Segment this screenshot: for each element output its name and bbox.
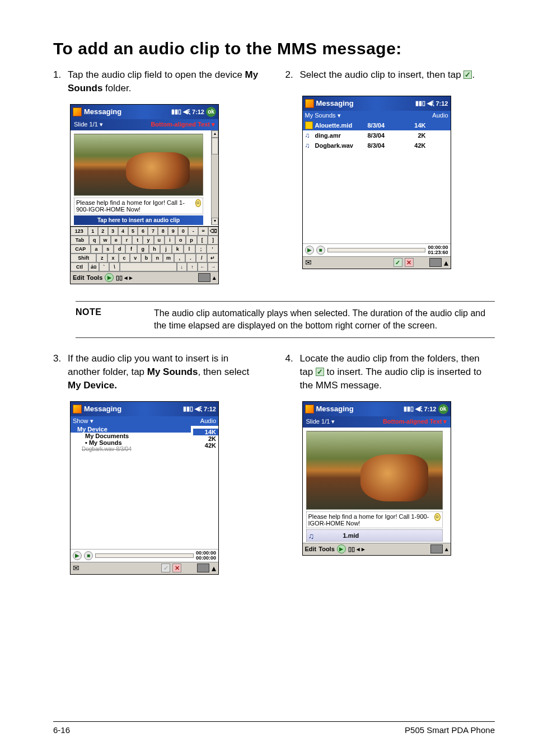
key[interactable]: → — [208, 262, 218, 271]
key[interactable]: 1 — [88, 227, 98, 236]
key[interactable]: y — [143, 236, 153, 245]
slide-indicator[interactable]: Slide 1/1 ▾ — [74, 121, 103, 128]
key[interactable]: ↵ — [207, 253, 218, 262]
emoticon-button[interactable]: ☺ — [195, 199, 201, 207]
key[interactable]: t — [132, 236, 143, 245]
key[interactable]: l — [184, 245, 195, 253]
keyboard-toggle-icon[interactable] — [197, 564, 209, 572]
cancel-button[interactable]: ✕ — [172, 564, 181, 572]
key[interactable]: - — [188, 227, 198, 236]
message-text-field[interactable]: Please help find a home for Igor! Call 1… — [74, 198, 203, 214]
key[interactable]: u — [154, 236, 165, 245]
key[interactable]: [ — [197, 236, 208, 245]
emoticon-button[interactable]: ☺ — [434, 513, 441, 521]
play-icon[interactable]: ▶ — [337, 544, 346, 553]
key[interactable]: 6 — [138, 227, 148, 236]
msg-icon[interactable]: ✉ — [73, 564, 79, 572]
key[interactable]: v — [130, 253, 141, 262]
tools-menu[interactable]: Tools — [318, 546, 335, 552]
edit-menu[interactable]: Edit — [73, 274, 85, 281]
cancel-button[interactable]: ✕ — [405, 258, 414, 267]
play-button[interactable]: ▶ — [73, 551, 82, 560]
key[interactable]: i — [165, 236, 175, 245]
key[interactable]: q — [89, 236, 100, 245]
key[interactable]: 8 — [158, 227, 168, 236]
inserted-image[interactable] — [306, 431, 443, 510]
key-space[interactable] — [120, 262, 177, 271]
text-align-menu[interactable]: Bottom-aligned Text ▾ — [383, 418, 447, 425]
key[interactable]: CAP — [71, 245, 91, 253]
file-row[interactable]: ding.amr 8/3/04 2K — [303, 130, 451, 140]
key[interactable]: o — [175, 236, 186, 245]
slide-indicator[interactable]: Slide 1/1 ▾ — [306, 418, 335, 425]
scrollbar[interactable]: ▴ ▾ — [211, 130, 218, 225]
inserted-audio-field[interactable]: 1.mid — [306, 529, 443, 542]
key[interactable]: ↓ — [177, 262, 188, 271]
up-arrow-icon[interactable]: ▴ — [445, 546, 448, 553]
key[interactable]: e — [111, 236, 121, 245]
key[interactable]: 0 — [178, 227, 188, 236]
key[interactable]: Shift — [71, 253, 96, 262]
inserted-image[interactable] — [74, 134, 203, 196]
scroll-down-icon[interactable]: ▾ — [212, 218, 218, 225]
key[interactable]: w — [100, 236, 110, 245]
folder-dropdown[interactable]: My Sounds ▾ — [305, 112, 341, 119]
key[interactable]: m — [163, 253, 174, 262]
key[interactable]: ' — [207, 245, 218, 253]
key[interactable]: ⌫ — [208, 227, 218, 236]
stop-button[interactable]: ■ — [84, 551, 93, 560]
key[interactable]: f — [125, 245, 137, 253]
key[interactable]: g — [137, 245, 149, 253]
up-arrow-icon[interactable]: ▴ — [212, 563, 216, 574]
insert-audio-field[interactable]: Tap here to insert an audio clip — [74, 215, 203, 225]
keyboard-toggle-icon[interactable] — [429, 258, 442, 267]
show-dropdown[interactable]: Show ▾ — [73, 417, 93, 425]
key[interactable]: r — [121, 236, 132, 245]
confirm-button[interactable]: ✓ — [394, 258, 402, 267]
file-row-selected[interactable]: Alouette.mid 8/3/04 14K — [303, 120, 451, 130]
file-row[interactable]: Dogbark.wav 8/3/04 42K — [303, 140, 451, 151]
key[interactable]: , — [174, 253, 185, 262]
key[interactable]: 2 — [98, 227, 108, 236]
key[interactable]: 7 — [148, 227, 158, 236]
key[interactable]: z — [96, 253, 107, 262]
key[interactable]: Tab — [71, 236, 89, 245]
tree-my-sounds[interactable]: My Sounds — [71, 439, 191, 446]
progress-bar[interactable] — [327, 248, 426, 252]
key[interactable]: 123 — [71, 227, 88, 236]
soft-keyboard[interactable]: 1231234567890-=⌫ Tabqwertyuiop[] CAPasdf… — [71, 226, 218, 271]
msg-icon[interactable]: ✉ — [305, 258, 312, 267]
key[interactable]: áü — [88, 262, 99, 271]
key[interactable]: d — [114, 245, 125, 253]
up-arrow-icon[interactable]: ▴ — [213, 274, 216, 281]
key[interactable]: = — [198, 227, 208, 236]
key[interactable]: j — [160, 245, 172, 253]
play-button[interactable]: ▶ — [305, 246, 314, 255]
key[interactable]: 4 — [118, 227, 128, 236]
key[interactable]: ` — [99, 262, 110, 271]
key[interactable]: k — [172, 245, 184, 253]
key[interactable]: 9 — [168, 227, 178, 236]
key[interactable]: p — [186, 236, 196, 245]
up-arrow-icon[interactable]: ▴ — [444, 257, 448, 268]
key[interactable]: / — [196, 253, 207, 262]
key[interactable]: ; — [195, 245, 207, 253]
key[interactable]: x — [107, 253, 119, 262]
key[interactable]: s — [102, 245, 114, 253]
progress-bar[interactable] — [95, 553, 194, 558]
key[interactable]: b — [141, 253, 152, 262]
message-text-field[interactable]: Please help find a home for Igor! Call 1… — [306, 511, 443, 528]
play-icon[interactable]: ▶ — [105, 273, 114, 282]
keyboard-toggle-icon[interactable] — [198, 273, 210, 282]
ok-button[interactable]: ok — [438, 404, 448, 414]
tools-menu[interactable]: Tools — [87, 274, 103, 281]
stop-button[interactable]: ■ — [316, 246, 325, 255]
key[interactable]: a — [91, 245, 102, 253]
key[interactable]: n — [152, 253, 163, 262]
key[interactable]: 5 — [128, 227, 138, 236]
key[interactable]: Ctl — [71, 262, 88, 271]
key[interactable]: ] — [208, 236, 218, 245]
tree-my-device[interactable]: My Device — [71, 426, 191, 433]
scroll-thumb[interactable] — [212, 138, 218, 154]
tree-my-documents[interactable]: My Documents — [71, 433, 191, 439]
